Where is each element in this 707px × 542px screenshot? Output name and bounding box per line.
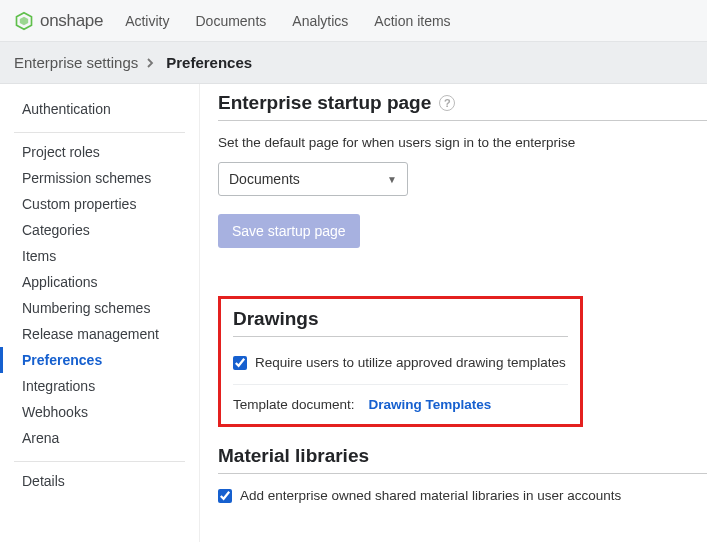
breadcrumb: Enterprise settings Preferences [0, 42, 707, 84]
startup-heading: Enterprise startup page [218, 92, 431, 114]
topnav-documents[interactable]: Documents [195, 13, 266, 29]
caret-down-icon: ▼ [387, 174, 397, 185]
sidebar-item-numbering-schemes[interactable]: Numbering schemes [0, 295, 185, 321]
save-startup-button[interactable]: Save startup page [218, 214, 360, 248]
sidebar-item-authentication[interactable]: Authentication [0, 96, 185, 122]
help-icon[interactable]: ? [439, 95, 455, 111]
breadcrumb-current: Preferences [166, 54, 252, 71]
content: Enterprise startup page ? Set the defaul… [200, 84, 707, 542]
breadcrumb-parent[interactable]: Enterprise settings [14, 54, 138, 71]
startup-page-select[interactable]: Documents ▼ [218, 162, 408, 196]
sidebar-item-custom-properties[interactable]: Custom properties [0, 191, 185, 217]
sidebar-item-applications[interactable]: Applications [0, 269, 185, 295]
startup-section: Enterprise startup page ? Set the defaul… [218, 92, 707, 274]
topnav-analytics[interactable]: Analytics [292, 13, 348, 29]
logo[interactable]: onshape [14, 11, 103, 31]
materials-heading: Material libraries [218, 445, 369, 467]
materials-checkbox-label: Add enterprise owned shared material lib… [240, 488, 621, 503]
sidebar-item-project-roles[interactable]: Project roles [0, 139, 185, 165]
sidebar-item-release-management[interactable]: Release management [0, 321, 185, 347]
materials-section: Material libraries Add enterprise owned … [218, 445, 707, 503]
chevron-right-icon [146, 54, 154, 71]
sidebar: Authentication Project roles Permission … [0, 84, 200, 542]
materials-checkbox[interactable] [218, 489, 232, 503]
startup-select-value: Documents [229, 171, 300, 187]
svg-marker-1 [20, 16, 28, 24]
require-templates-checkbox[interactable] [233, 356, 247, 370]
sidebar-item-webhooks[interactable]: Webhooks [0, 399, 185, 425]
template-document-label: Template document: [233, 397, 355, 412]
startup-desc: Set the default page for when users sign… [218, 135, 707, 150]
sidebar-item-items[interactable]: Items [0, 243, 185, 269]
topnav-action-items[interactable]: Action items [374, 13, 450, 29]
sidebar-item-arena[interactable]: Arena [0, 425, 185, 451]
drawings-heading: Drawings [233, 308, 319, 330]
topnav-activity[interactable]: Activity [125, 13, 169, 29]
sidebar-item-preferences[interactable]: Preferences [0, 347, 185, 373]
topnav: Activity Documents Analytics Action item… [125, 13, 450, 29]
template-document-link[interactable]: Drawing Templates [369, 397, 492, 412]
sidebar-item-integrations[interactable]: Integrations [0, 373, 185, 399]
sidebar-item-details[interactable]: Details [0, 468, 185, 494]
sidebar-item-categories[interactable]: Categories [0, 217, 185, 243]
sidebar-item-permission-schemes[interactable]: Permission schemes [0, 165, 185, 191]
drawings-section-highlight: Drawings Require users to utilize approv… [218, 296, 583, 427]
require-templates-label: Require users to utilize approved drawin… [255, 355, 566, 370]
brand-name: onshape [40, 11, 103, 31]
topbar: onshape Activity Documents Analytics Act… [0, 0, 707, 42]
onshape-logo-icon [14, 11, 34, 31]
